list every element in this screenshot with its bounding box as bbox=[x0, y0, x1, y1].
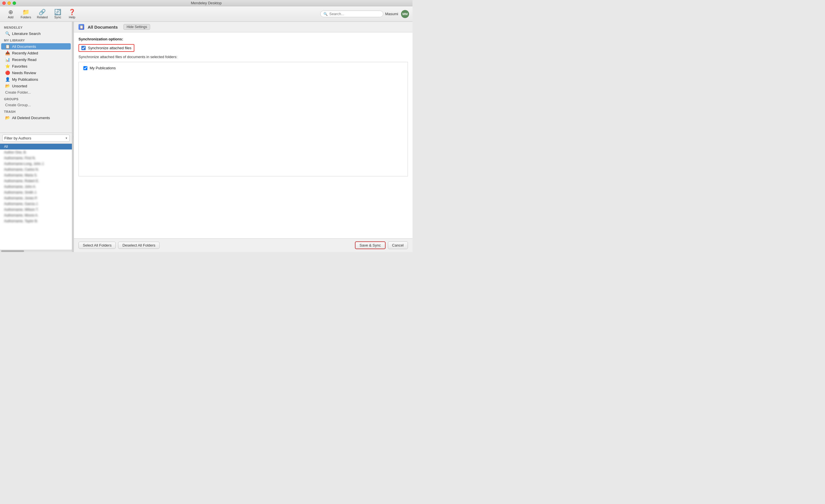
sidebar-item-create-group[interactable]: Create Group... bbox=[1, 102, 71, 108]
content-header-icon: 📋 bbox=[78, 24, 84, 30]
sync-attached-files-checkbox[interactable] bbox=[81, 46, 86, 50]
author-item[interactable]: Authorname, Robert E. bbox=[0, 178, 72, 184]
author-item[interactable]: Authorname-Long, John J. bbox=[0, 161, 72, 167]
sidebar-item-my-publications[interactable]: 👤 My Publications bbox=[1, 76, 71, 82]
help-button[interactable]: ❓ Help bbox=[65, 8, 79, 20]
sidebar-item-literature-search[interactable]: 🔍 Literature Search bbox=[1, 30, 71, 37]
author-item[interactable]: Authorname, First N. bbox=[0, 155, 72, 161]
author-item[interactable]: Authorname, Taylor B. bbox=[0, 218, 72, 224]
content-area: 📋 All Documents Hide Settings Synchroniz… bbox=[74, 22, 412, 252]
mendeley-section-label: MENDELEY bbox=[0, 24, 72, 30]
author-item[interactable]: Authorname, Wilson T. bbox=[0, 207, 72, 213]
scroll-thumb[interactable] bbox=[1, 250, 24, 252]
literature-search-icon: 🔍 bbox=[5, 31, 10, 36]
authors-list: All Author One, B. Authorname, First N. … bbox=[0, 144, 72, 250]
help-label: Help bbox=[69, 15, 75, 19]
sidebar-item-all-deleted[interactable]: 📂 All Deleted Documents bbox=[1, 114, 71, 121]
unsorted-label: Unsorted bbox=[12, 84, 27, 88]
folders-list: My Publications bbox=[78, 62, 408, 176]
my-publications-label: My Publications bbox=[12, 77, 38, 82]
add-label: Add bbox=[8, 15, 13, 19]
sidebar-item-all-documents[interactable]: 📋 All Documents bbox=[1, 43, 71, 50]
sidebar: MENDELEY 🔍 Literature Search MY LIBRARY … bbox=[0, 22, 72, 252]
my-publications-icon: 👤 bbox=[5, 77, 10, 82]
folder-checkbox-my-publications[interactable] bbox=[83, 66, 87, 70]
author-item[interactable]: Authorname, Moore A. bbox=[0, 213, 72, 218]
favorites-label: Favorites bbox=[12, 64, 27, 69]
search-bar[interactable]: 🔍 bbox=[320, 11, 383, 17]
related-icon: 🔗 bbox=[39, 9, 46, 15]
footer-left-buttons: Select All Folders Deselect All Folders bbox=[78, 242, 160, 249]
sidebar-item-favorites[interactable]: ⭐ Favorites bbox=[1, 63, 71, 69]
author-item[interactable]: Authorname, John A. bbox=[0, 184, 72, 189]
author-item[interactable]: Authorname, Maria S. bbox=[0, 172, 72, 178]
search-input[interactable] bbox=[329, 12, 375, 16]
avatar: MM bbox=[401, 10, 409, 18]
maximize-button[interactable] bbox=[13, 1, 16, 5]
sidebar-scrollbar[interactable] bbox=[0, 250, 72, 252]
content-header: 📋 All Documents Hide Settings bbox=[74, 22, 412, 32]
content-header-title: All Documents bbox=[88, 25, 118, 29]
folders-label: Folders bbox=[21, 15, 31, 19]
settings-panel: Synchronization options: Synchronize att… bbox=[74, 32, 412, 238]
save-sync-button[interactable]: Save & Sync bbox=[355, 241, 385, 249]
hide-settings-button[interactable]: Hide Settings bbox=[124, 24, 150, 30]
related-button[interactable]: 🔗 Related bbox=[34, 8, 51, 20]
folder-item-my-publications: My Publications bbox=[82, 65, 405, 71]
author-item-all[interactable]: All bbox=[0, 144, 72, 150]
window-title: Mendeley Desktop bbox=[191, 1, 222, 5]
settings-footer: Select All Folders Deselect All Folders … bbox=[74, 238, 412, 252]
sidebar-nav: MENDELEY 🔍 Literature Search MY LIBRARY … bbox=[0, 22, 72, 133]
filter-by-authors-section: Filter by Authors bbox=[0, 133, 72, 144]
all-documents-icon: 📋 bbox=[5, 44, 10, 49]
author-item[interactable]: Authorname, Jones P. bbox=[0, 195, 72, 201]
author-item[interactable]: Authorname, Carlos N. bbox=[0, 167, 72, 172]
add-icon: ⊕ bbox=[8, 9, 13, 15]
cancel-button[interactable]: Cancel bbox=[388, 241, 408, 249]
author-item[interactable]: Author One, B. bbox=[0, 150, 72, 155]
deselect-all-folders-button[interactable]: Deselect All Folders bbox=[118, 242, 160, 249]
recently-added-icon: 📥 bbox=[5, 51, 10, 55]
sync-button[interactable]: 🔄 Sync bbox=[51, 8, 65, 20]
my-library-section-label: MY LIBRARY bbox=[0, 37, 72, 43]
author-item[interactable]: Authorname, Smith J. bbox=[0, 189, 72, 195]
titlebar: Mendeley Desktop bbox=[0, 0, 412, 6]
sync-subtext: Synchronize attached files of documents … bbox=[78, 55, 408, 59]
trash-section-label: TRASH bbox=[0, 108, 72, 114]
needs-review-label: Needs Review bbox=[12, 71, 36, 75]
related-label: Related bbox=[37, 15, 48, 19]
sidebar-item-recently-read[interactable]: 📊 Recently Read bbox=[1, 57, 71, 63]
sync-label: Sync bbox=[54, 15, 61, 19]
recently-read-icon: 📊 bbox=[5, 57, 10, 62]
close-button[interactable] bbox=[2, 1, 6, 5]
recently-read-label: Recently Read bbox=[12, 58, 36, 62]
sidebar-item-unsorted[interactable]: 📂 Unsorted bbox=[1, 83, 71, 89]
create-group-label: Create Group... bbox=[5, 103, 31, 107]
sync-attached-files-label[interactable]: Synchronize attached files bbox=[88, 46, 132, 50]
footer-right-buttons: Save & Sync Cancel bbox=[355, 241, 408, 249]
literature-search-label: Literature Search bbox=[12, 31, 41, 36]
minimize-button[interactable] bbox=[7, 1, 11, 5]
add-button[interactable]: ⊕ Add bbox=[3, 8, 18, 20]
recently-added-label: Recently Added bbox=[12, 51, 38, 55]
help-icon: ❓ bbox=[68, 9, 76, 15]
author-item[interactable]: Authorname, Garcia J. bbox=[0, 201, 72, 207]
search-icon: 🔍 bbox=[323, 12, 328, 16]
select-all-folders-button[interactable]: Select All Folders bbox=[78, 242, 116, 249]
user-name: Masumi bbox=[385, 12, 398, 16]
create-folder-label: Create Folder... bbox=[5, 90, 31, 94]
needs-review-icon: 🔴 bbox=[5, 70, 10, 75]
traffic-lights bbox=[2, 1, 16, 5]
favorites-icon: ⭐ bbox=[5, 64, 10, 69]
all-documents-label: All Documents bbox=[12, 45, 36, 49]
sidebar-item-recently-added[interactable]: 📥 Recently Added bbox=[1, 50, 71, 56]
trash-icon: 📂 bbox=[5, 115, 10, 120]
sync-attached-files-row: Synchronize attached files bbox=[78, 44, 134, 52]
sidebar-item-create-folder[interactable]: Create Folder... bbox=[1, 89, 71, 95]
folders-button[interactable]: 📁 Folders bbox=[18, 8, 34, 20]
main-layout: MENDELEY 🔍 Literature Search MY LIBRARY … bbox=[0, 22, 412, 252]
sidebar-item-needs-review[interactable]: 🔴 Needs Review bbox=[1, 70, 71, 76]
sync-icon: 🔄 bbox=[54, 9, 61, 15]
filter-by-authors-select[interactable]: Filter by Authors bbox=[2, 135, 70, 142]
all-deleted-label: All Deleted Documents bbox=[12, 116, 50, 120]
